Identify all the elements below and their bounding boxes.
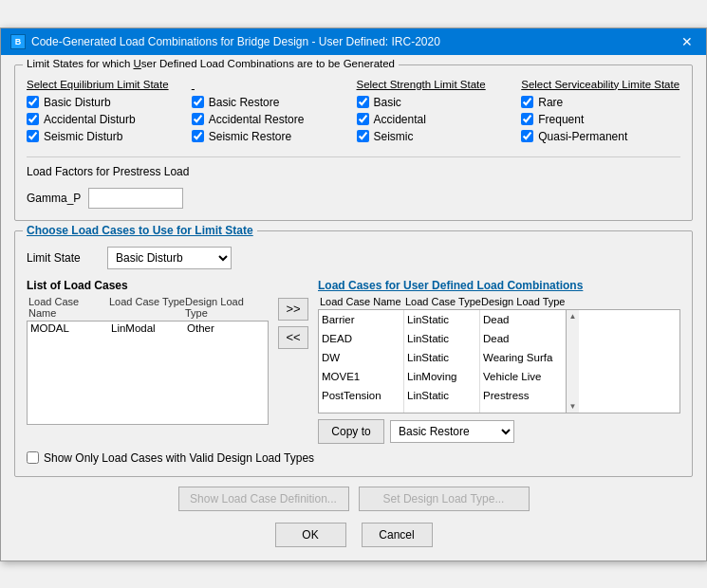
right-row-barrier-type: LinStatic xyxy=(404,310,479,329)
show-only-check[interactable] xyxy=(27,451,39,464)
left-modal-type: LinModal xyxy=(111,322,187,334)
load-factors-section: Load Factors for Prestress Load Gamma_P … xyxy=(27,156,680,209)
left-col-name-header: Load Case Name xyxy=(28,296,109,319)
restore-2-item: Seismic Restore xyxy=(192,130,351,143)
basic-disturb-item: Basic Disturb xyxy=(27,96,186,109)
right-list-panel: Load Cases for User Defined Load Combina… xyxy=(318,279,680,444)
main-window: B Code-Generated Load Combinations for B… xyxy=(0,28,707,561)
quasi-permanent-check[interactable] xyxy=(521,130,533,142)
frequent-item: Frequent xyxy=(521,113,680,126)
left-list-title: List of Load Cases xyxy=(27,279,269,292)
content-area: Limit States for which User Defined Load… xyxy=(1,55,706,560)
left-list-headers: Load Case Name Load Case Type Design Loa… xyxy=(27,296,269,319)
ok-button[interactable]: OK xyxy=(275,523,346,547)
strength-title: Select Strength Limit State xyxy=(357,79,516,90)
right-type-col: LinStatic LinStatic LinStatic LinMoving … xyxy=(404,310,480,413)
seismic-disturb-label: Seismic Disturb xyxy=(44,130,122,143)
seismic-disturb-check[interactable] xyxy=(27,130,39,142)
action-buttons-row: Show Load Case Definition... Set Design … xyxy=(14,487,693,511)
left-col-design-header: Design Load Type xyxy=(185,296,261,319)
restore-col: Basic RestoreAccidental RestoreSeismic R… xyxy=(192,79,351,147)
right-scrollbar[interactable]: ▲ ▼ xyxy=(566,310,579,413)
limit-state-label: Limit State xyxy=(27,251,98,265)
rare-check[interactable] xyxy=(521,96,533,108)
right-row-dead-type: LinStatic xyxy=(404,329,479,348)
left-list-box[interactable]: MODAL LinModal Other xyxy=(27,321,269,425)
left-list-panel: List of Load Cases Load Case Name Load C… xyxy=(27,279,269,425)
accidental-strength-item: Accidental xyxy=(357,113,516,126)
limit-states-title: Limit States for which User Defined Load… xyxy=(23,58,399,69)
app-icon: B xyxy=(10,34,26,49)
seismic-strength-check[interactable] xyxy=(357,130,369,142)
right-list-headers: Load Case Name Load Case Type Design Loa… xyxy=(318,296,680,307)
arrows-col: >> << xyxy=(274,298,312,349)
right-col-name-header: Load Case Name xyxy=(320,296,405,307)
scroll-up-icon: ▲ xyxy=(569,312,577,321)
frequent-check[interactable] xyxy=(521,113,533,125)
rare-label: Rare xyxy=(538,96,563,109)
serviceability-title: Select Serviceability Limite State xyxy=(521,79,680,90)
right-col-design-header: Design Load Type xyxy=(481,296,567,307)
set-design-type-btn[interactable]: Set Design Load Type... xyxy=(359,487,530,511)
rare-item: Rare xyxy=(521,96,680,109)
title-bar-left: B Code-Generated Load Combinations for B… xyxy=(10,34,440,49)
cancel-button[interactable]: Cancel xyxy=(362,523,433,547)
basic-strength-check[interactable] xyxy=(357,96,369,108)
arrow-right-btn[interactable]: >> xyxy=(278,298,308,321)
restore-1-check[interactable] xyxy=(192,113,204,125)
close-button[interactable]: ✕ xyxy=(678,35,697,48)
title-bar: B Code-Generated Load Combinations for B… xyxy=(1,28,706,55)
right-list-title: Load Cases for User Defined Load Combina… xyxy=(318,279,680,292)
load-factors-row: Gamma_P 1. xyxy=(27,188,680,209)
seismic-disturb-item: Seismic Disturb xyxy=(27,130,186,143)
accidental-disturb-item: Accidental Disturb xyxy=(27,113,186,126)
basic-disturb-check[interactable] xyxy=(27,96,39,108)
right-list-box[interactable]: Barrier DEAD DW MOVE1 PostTension LinSta… xyxy=(318,309,680,413)
restore-2-check[interactable] xyxy=(192,130,204,142)
left-col-type-header: Load Case Type xyxy=(109,296,185,319)
ok-cancel-row: OK Cancel xyxy=(14,523,693,547)
right-row-barrier-name: Barrier xyxy=(319,310,403,329)
right-design-col: Dead Dead Wearing Surfa Vehicle Live Pre… xyxy=(480,310,566,413)
accidental-disturb-check[interactable] xyxy=(27,113,39,125)
scroll-down-icon: ▼ xyxy=(569,402,577,411)
right-row-move1-type: LinMoving xyxy=(404,367,479,386)
limit-states-group: Limit States for which User Defined Load… xyxy=(14,64,693,221)
right-row-posttension-name: PostTension xyxy=(319,386,403,405)
load-cases-title: Choose Load Cases to Use for Limit State xyxy=(23,224,257,237)
left-list-row-modal[interactable]: MODAL LinModal Other xyxy=(28,322,268,335)
strength-col: Select Strength Limit State Basic Accide… xyxy=(357,79,516,147)
basic-strength-item: Basic xyxy=(357,96,516,109)
show-definition-btn[interactable]: Show Load Case Definition... xyxy=(178,487,349,511)
right-row-move1-design: Vehicle Live xyxy=(480,367,566,386)
restore-1-item: Accidental Restore xyxy=(192,113,351,126)
seismic-strength-item: Seismic xyxy=(357,130,516,143)
lists-container: List of Load Cases Load Case Name Load C… xyxy=(27,279,680,444)
equilibrium-col: Select Equilibrium Limit State Basic Dis… xyxy=(27,79,186,147)
restore-0-check[interactable] xyxy=(192,96,204,108)
accidental-strength-label: Accidental xyxy=(374,113,426,126)
limit-state-dropdown[interactable]: Basic Disturb Basic Restore Accidental D… xyxy=(107,247,232,269)
limit-state-selector-row: Limit State Basic Disturb Basic Restore … xyxy=(27,247,680,269)
gamma-input[interactable]: 1. xyxy=(88,188,183,209)
limit-states-grid: Select Equilibrium Limit State Basic Dis… xyxy=(27,79,680,147)
right-row-dw-design: Wearing Surfa xyxy=(480,348,566,367)
seismic-strength-label: Seismic xyxy=(374,130,414,143)
arrow-left-btn[interactable]: << xyxy=(278,326,308,349)
window-title: Code-Generated Load Combinations for Bri… xyxy=(31,35,440,48)
right-row-dw-type: LinStatic xyxy=(404,348,479,367)
restore-dropdown[interactable]: Basic Restore Accidental Restore Seismic… xyxy=(390,420,514,443)
copy-to-button[interactable]: Copy to xyxy=(318,419,384,444)
left-modal-design: Other xyxy=(187,322,263,334)
right-row-dw-name: DW xyxy=(319,348,403,367)
restore-spacer xyxy=(192,79,351,90)
right-col-type-header: Load Case Type xyxy=(405,296,481,307)
quasi-permanent-label: Quasi-Permanent xyxy=(538,130,627,143)
basic-disturb-label: Basic Disturb xyxy=(44,96,111,109)
quasi-permanent-item: Quasi-Permanent xyxy=(521,130,680,143)
restore-0-item: Basic Restore xyxy=(192,96,351,109)
load-factors-title: Load Factors for Prestress Load xyxy=(27,165,680,178)
show-only-label: Show Only Load Cases with Valid Design L… xyxy=(44,451,314,465)
accidental-strength-check[interactable] xyxy=(357,113,369,125)
right-row-posttension-type: LinStatic xyxy=(404,386,479,405)
